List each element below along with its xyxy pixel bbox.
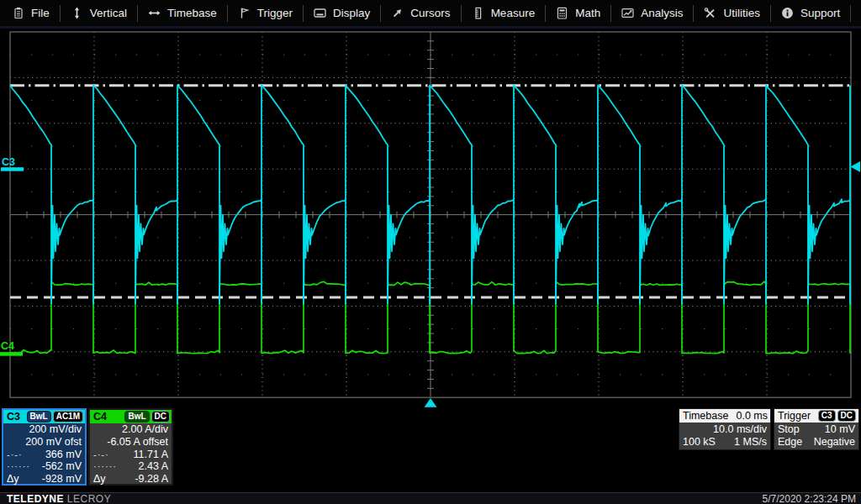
trigger-type-row: EdgeNegative bbox=[774, 436, 858, 449]
trigger-source-badge: C3 bbox=[818, 410, 836, 422]
menu-item-timebase[interactable]: Timebase bbox=[138, 0, 227, 26]
vertical-icon bbox=[71, 7, 83, 19]
math-icon bbox=[556, 7, 568, 19]
menu-item-label: Measure bbox=[491, 7, 536, 19]
menu-item-label: Analysis bbox=[641, 7, 683, 19]
c3-zero-marker-label: C3 bbox=[2, 156, 15, 168]
c4-delta-row: Δy-9.28 A bbox=[90, 473, 172, 486]
menu-item-support[interactable]: Support bbox=[771, 0, 850, 26]
menu-item-label: Display bbox=[333, 7, 370, 19]
menu-item-file[interactable]: File bbox=[2, 0, 60, 26]
trigger-level-marker bbox=[851, 161, 861, 172]
display-icon bbox=[314, 7, 326, 19]
dotted-cursor-icon: ······ bbox=[93, 461, 117, 471]
trigger-icon bbox=[238, 7, 251, 19]
menu-item-label: Timebase bbox=[167, 7, 217, 19]
c4-bandwidth-badge: BwL bbox=[124, 411, 149, 423]
c4-label: C4 bbox=[93, 411, 107, 423]
support-icon bbox=[781, 7, 794, 19]
c3-trace bbox=[10, 86, 850, 304]
c4-coupling-badge: DC bbox=[151, 411, 170, 423]
menu-item-label: Math bbox=[575, 7, 600, 19]
c3-zero-marker bbox=[1, 167, 24, 171]
dash-dot-cursor-icon: -·-· bbox=[7, 449, 23, 459]
c4-header: C4 BwL DC bbox=[90, 410, 172, 423]
menu-item-label: Support bbox=[800, 7, 840, 19]
status-bar: TELEDYNE LECROY 5/7/2020 2:23:24 PM bbox=[0, 492, 861, 504]
trigger-mode-row: Stop10 mV bbox=[774, 423, 858, 436]
utilities-icon bbox=[704, 7, 716, 19]
timebase-scale-row: 10.0 ms/div bbox=[679, 423, 770, 436]
c4-cursor2-row: ······2.43 A bbox=[90, 460, 172, 473]
dash-dot-cursor-icon: -·-· bbox=[93, 449, 109, 459]
channel-descriptor-c3[interactable]: C3 BwL AC1M 200 mV/div 200 mV ofst -·-·3… bbox=[2, 408, 87, 486]
menu-item-trigger[interactable]: Trigger bbox=[228, 0, 303, 26]
dotted-cursor-icon: ······ bbox=[7, 461, 30, 471]
trigger-descriptor[interactable]: Trigger C3 DC Stop10 mV EdgeNegative bbox=[774, 408, 859, 450]
trigger-time-marker bbox=[425, 398, 437, 407]
c4-cursor1-row: -·-·11.71 A bbox=[90, 448, 172, 460]
menu-item-math[interactable]: Math bbox=[546, 0, 610, 26]
c3-bandwidth-badge: BwL bbox=[27, 411, 51, 423]
menu-item-measure[interactable]: Measure bbox=[462, 0, 546, 26]
teledyne-lecroy-logo: TELEDYNE LECROY bbox=[7, 493, 111, 504]
menu-item-label: Utilities bbox=[723, 7, 760, 19]
analysis-icon bbox=[621, 7, 634, 19]
c3-header: C3 BwL AC1M bbox=[3, 410, 85, 423]
c4-zero-marker-label: C4 bbox=[1, 340, 14, 352]
timebase-descriptor[interactable]: Timebase0.0 ms 10.0 ms/div 100 kS1 MS/s bbox=[679, 408, 771, 450]
menu-item-vertical[interactable]: Vertical bbox=[61, 0, 137, 26]
c3-scale-row: 200 mV/div bbox=[3, 423, 85, 436]
menu-item-utilities[interactable]: Utilities bbox=[694, 0, 770, 26]
menu-separator bbox=[850, 5, 851, 22]
c3-coupling-badge: AC1M bbox=[53, 411, 83, 423]
menu-bar: FileVerticalTimebaseTriggerDisplayCursor… bbox=[0, 0, 861, 29]
c3-cursor2-row: ······-562 mV bbox=[3, 460, 85, 473]
trigger-coupling-badge: DC bbox=[837, 410, 856, 422]
timebase-header: Timebase0.0 ms bbox=[679, 409, 770, 423]
c4-zero-marker bbox=[0, 352, 23, 356]
timebase-delay: 0.0 ms bbox=[736, 410, 768, 422]
timebase-icon bbox=[148, 7, 161, 19]
oscilloscope-screen: { "menu": { "items": [ {"label":"File","… bbox=[0, 0, 861, 504]
c4-offset-row: -6.05 A offset bbox=[90, 436, 172, 449]
menu-item-label: Vertical bbox=[90, 7, 127, 19]
c3-offset-row: 200 mV ofst bbox=[3, 436, 85, 449]
menu-item-label: File bbox=[31, 7, 50, 19]
timebase-sampling-row: 100 kS1 MS/s bbox=[679, 436, 770, 449]
menu-item-analysis[interactable]: Analysis bbox=[611, 0, 693, 26]
c3-delta-row: Δy-928 mV bbox=[3, 473, 85, 486]
menu-item-label: Trigger bbox=[257, 7, 293, 19]
datetime-display: 5/7/2020 2:23:24 PM bbox=[763, 493, 856, 504]
c4-scale-row: 2.00 A/div bbox=[90, 423, 172, 436]
measure-icon bbox=[472, 7, 484, 19]
cursors-icon bbox=[391, 7, 404, 19]
menu-item-cursors[interactable]: Cursors bbox=[381, 0, 460, 26]
c3-label: C3 bbox=[7, 411, 20, 423]
trigger-header: Trigger C3 DC bbox=[774, 409, 858, 423]
file-icon bbox=[12, 7, 24, 19]
menu-item-label: Cursors bbox=[410, 7, 450, 19]
menu-item-display[interactable]: Display bbox=[304, 0, 380, 26]
c3-cursor1-row: -·-·366 mV bbox=[3, 448, 85, 460]
channel-descriptor-c4[interactable]: C4 BwL DC 2.00 A/div -6.05 A offset -·-·… bbox=[88, 408, 173, 486]
